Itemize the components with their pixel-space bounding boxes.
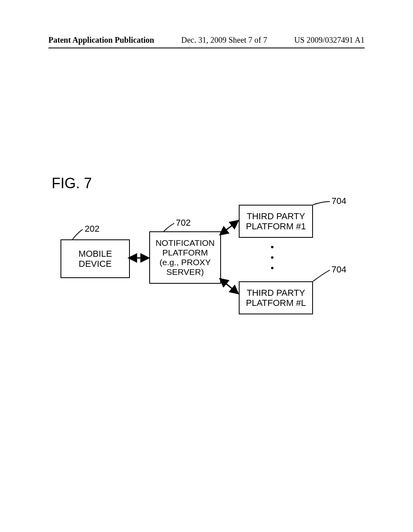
box-mobile-line1: MOBILE <box>78 249 112 259</box>
header-rule <box>48 48 365 48</box>
leader-702 <box>164 223 174 231</box>
header-left: Patent Application Publication <box>48 35 154 45</box>
ref-704a: 704 <box>332 196 346 206</box>
ellipsis-dot <box>271 256 273 259</box>
page: Patent Application Publication Dec. 31, … <box>0 0 413 532</box>
figure-label: FIG. 7 <box>52 175 92 192</box>
ref-202: 202 <box>85 224 100 234</box>
box-mobile-line2: DEVICE <box>79 259 112 269</box>
leader-704-bottom <box>313 270 330 281</box>
arrow-notification-tp1 <box>220 221 238 235</box>
leader-202 <box>73 229 83 239</box>
box-third-party-L: THIRD PARTY PLATFORM #L <box>239 281 313 314</box>
arrow-notification-tpL <box>220 279 238 293</box>
ref-702: 702 <box>176 218 191 228</box>
ellipsis-dot <box>271 246 273 248</box>
box-notif-line1: NOTIFICATION <box>156 238 215 248</box>
box-third-party-1: THIRD PARTY PLATFORM #1 <box>239 205 313 238</box>
box-tp1-line1: THIRD PARTY <box>247 211 305 221</box>
box-tpL-line1: THIRD PARTY <box>247 288 305 298</box>
ellipsis-dot <box>271 267 273 269</box>
box-notif-line2: PLATFORM <box>163 248 208 258</box>
box-tpL-line2: PLATFORM #L <box>246 298 306 308</box>
box-notification-platform: NOTIFICATION PLATFORM (e.g., PROXY SERVE… <box>149 231 221 284</box>
box-tp1-line2: PLATFORM #1 <box>246 221 306 231</box>
box-notif-line4: SERVER) <box>167 267 204 277</box>
box-notif-line3: (e.g., PROXY <box>159 258 211 267</box>
header-center: Dec. 31, 2009 Sheet 7 of 7 <box>181 35 267 45</box>
ref-704b: 704 <box>332 264 346 275</box>
leader-704-top <box>313 202 330 205</box>
header-right: US 2009/0327491 A1 <box>294 35 365 45</box>
box-mobile-device: MOBILE DEVICE <box>60 239 130 278</box>
page-header: Patent Application Publication Dec. 31, … <box>0 35 413 45</box>
